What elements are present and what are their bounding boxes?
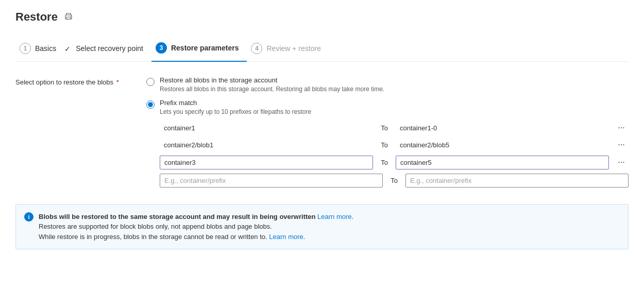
- info-line-1: Blobs will be restored to the same stora…: [39, 212, 353, 222]
- prefix-source-2: container2/blob1: [160, 139, 373, 151]
- info-icon: i: [24, 212, 33, 222]
- step-2-label: Select recovery point: [76, 44, 143, 53]
- prefix-to-2: To: [378, 141, 391, 149]
- step-basics[interactable]: 1 Basics: [15, 37, 64, 61]
- field-label: Select option to restore the blobs: [15, 78, 113, 86]
- svg-point-2: [70, 15, 71, 16]
- wizard-steps: 1 Basics ✓ Select recovery point 3 Resto…: [15, 36, 629, 62]
- prefix-row-2: container2/blob1 To container2/blob5 ···: [160, 139, 629, 151]
- prefix-menu-3[interactable]: ···: [614, 158, 629, 167]
- option-all-blobs: Restore all blobs in the storage account…: [146, 76, 629, 94]
- option-prefix-match-desc: Lets you specify up to 10 prefixes or fi…: [160, 108, 311, 116]
- prefix-input-dest-3[interactable]: [396, 156, 609, 169]
- svg-rect-1: [66, 17, 71, 19]
- radio-prefix-match[interactable]: [146, 100, 155, 109]
- required-star: *: [116, 78, 119, 86]
- info-banner: i Blobs will be restored to the same sto…: [15, 204, 629, 250]
- step-4-circle: 4: [251, 43, 262, 54]
- prefix-to-3: To: [378, 159, 391, 166]
- option-prefix-match: Prefix match Lets you specify up to 10 p…: [146, 99, 629, 116]
- radio-all-blobs[interactable]: [146, 78, 155, 86]
- print-icon[interactable]: [64, 12, 73, 23]
- prefix-input-source-3[interactable]: [160, 156, 373, 169]
- prefix-table: container1 To container1-0 ··· container…: [160, 122, 629, 188]
- option-all-blobs-text: Restore all blobs in the storage account…: [160, 76, 384, 94]
- info-line-3: While restore is in progress, blobs in t…: [39, 232, 353, 242]
- prefix-to-1: To: [378, 124, 391, 132]
- prefix-menu-1[interactable]: ···: [614, 123, 629, 132]
- step-recovery[interactable]: Select recovery point: [72, 38, 151, 60]
- prefix-to-4: To: [388, 177, 400, 184]
- option-prefix-match-title: Prefix match: [160, 99, 311, 107]
- step-review[interactable]: 4 Review + restore: [247, 37, 329, 61]
- step-1-label: Basics: [35, 44, 56, 53]
- option-all-blobs-desc: Restores all blobs in this storage accou…: [160, 85, 384, 94]
- option-prefix-match-text: Prefix match Lets you specify up to 10 p…: [160, 99, 311, 116]
- step-parameters[interactable]: 3 Restore parameters: [151, 36, 247, 62]
- info-text: Blobs will be restored to the same stora…: [39, 212, 353, 242]
- step-3-circle: 3: [156, 42, 167, 54]
- content-area: Select option to restore the blobs * Res…: [15, 76, 629, 192]
- prefix-input-source-4[interactable]: [160, 174, 383, 188]
- step-check-1: ✓: [64, 45, 71, 53]
- prefix-dest-2: container2/blob5: [396, 139, 609, 151]
- step-1-circle: 1: [20, 43, 31, 54]
- prefix-source-1: container1: [160, 122, 373, 134]
- page-title: Restore: [15, 10, 58, 24]
- step-4-label: Review + restore: [266, 44, 320, 53]
- prefix-row-4: To: [160, 174, 629, 188]
- options-column: Restore all blobs in the storage account…: [146, 76, 629, 192]
- info-learn-more-2[interactable]: Learn more.: [269, 233, 305, 241]
- field-label-column: Select option to restore the blobs *: [15, 76, 134, 192]
- step-3-label: Restore parameters: [171, 44, 239, 52]
- prefix-dest-1: container1-0: [396, 122, 609, 134]
- prefix-menu-2[interactable]: ···: [614, 140, 629, 149]
- info-learn-more-1[interactable]: Learn more: [317, 213, 351, 220]
- prefix-input-dest-4[interactable]: [405, 174, 629, 188]
- prefix-row-1: container1 To container1-0 ···: [160, 122, 629, 134]
- info-line-2: Restores are supported for block blobs o…: [39, 222, 353, 232]
- info-main-text: Blobs will be restored to the same stora…: [39, 213, 315, 220]
- info-line-3-text: While restore is in progress, blobs in t…: [39, 233, 269, 241]
- option-all-blobs-title: Restore all blobs in the storage account: [160, 76, 384, 84]
- prefix-row-3: To ···: [160, 156, 629, 169]
